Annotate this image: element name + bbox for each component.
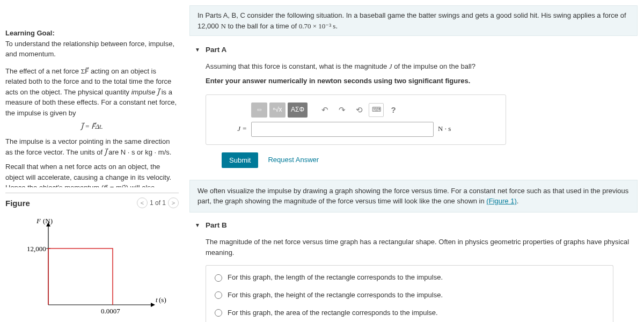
- collapse-icon: ▼: [195, 47, 200, 53]
- template-button[interactable]: ▭: [251, 103, 267, 118]
- submit-button[interactable]: Submit: [222, 152, 258, 168]
- answer-box: ▭ ⁿ√x ΑΣΦ ↶ ↷ ⟲ ⌨ ? J = N · s: [206, 94, 506, 145]
- option-label: For this graph, the area of the rectangl…: [228, 308, 438, 319]
- svg-text:F: F: [36, 219, 41, 225]
- part-b-options: For this graph, the length of the rectan…: [206, 265, 613, 322]
- svg-text:(s): (s): [159, 296, 166, 304]
- y-tick-label: 12,000: [27, 245, 46, 253]
- part-a-label: Part A: [206, 46, 226, 54]
- reset-icon[interactable]: ⟲: [352, 103, 367, 117]
- option-area[interactable]: For this graph, the area of the rectangl…: [215, 308, 604, 319]
- option-length[interactable]: For this graph, the length of the rectan…: [215, 272, 604, 283]
- collapse-icon: ▼: [195, 222, 200, 228]
- visualization-callout: We often visualize the impulse by drawin…: [189, 180, 638, 213]
- figure-prev-button[interactable]: <: [137, 197, 148, 208]
- main-content: In Parts A, B, C consider the following …: [185, 0, 644, 322]
- theory-para-3: Recall that when a net force acts on an …: [5, 162, 179, 187]
- svg-marker-3: [151, 303, 155, 307]
- answer-input-row: J = N · s: [215, 122, 497, 137]
- radio-input[interactable]: [215, 309, 222, 317]
- keyboard-icon[interactable]: ⌨: [369, 103, 384, 117]
- part-a-body: Assuming that this force is constant, wh…: [206, 61, 638, 168]
- figure-chart: F (N) 12,000 t (s) 0.0007: [5, 208, 179, 321]
- figure-1-link[interactable]: (Figure 1): [486, 197, 516, 205]
- figure-header: Figure < 1 of 1 >: [5, 193, 179, 208]
- scenario-intro: In Parts A, B, C consider the following …: [189, 5, 638, 36]
- part-b-header[interactable]: ▼ Part B: [195, 221, 638, 229]
- figure-nav: < 1 of 1 >: [137, 197, 179, 208]
- figure-next-button[interactable]: >: [168, 197, 179, 208]
- answer-units: N · s: [438, 123, 451, 135]
- option-label: For this graph, the height of the rectan…: [228, 290, 443, 301]
- radio-input[interactable]: [215, 274, 222, 282]
- redo-icon[interactable]: ↷: [334, 103, 349, 117]
- greek-button[interactable]: ΑΣΦ: [288, 103, 308, 118]
- x-tick-label: 0.0007: [101, 307, 120, 315]
- option-height[interactable]: For this graph, the height of the rectan…: [215, 290, 604, 301]
- theory-para-2: The impulse is a vector pointing in the …: [5, 136, 179, 157]
- sqrt-button[interactable]: ⁿ√x: [269, 103, 286, 118]
- part-a-header[interactable]: ▼ Part A: [195, 46, 638, 54]
- help-icon[interactable]: ?: [386, 103, 401, 117]
- option-label: For this graph, the length of the rectan…: [228, 272, 443, 283]
- answer-lhs: J =: [215, 123, 247, 135]
- svg-text:t: t: [156, 296, 158, 304]
- svg-text:(N): (N): [43, 219, 53, 225]
- part-b-question: The magnitude of the net force versus ti…: [206, 237, 638, 259]
- learning-goal-label: Learning Goal:: [5, 28, 179, 39]
- figure-label: Figure: [5, 199, 30, 208]
- request-answer-link[interactable]: Request Answer: [268, 155, 319, 166]
- part-a-question: Assuming that this force is constant, wh…: [206, 61, 638, 72]
- left-panel: Learning Goal: To understand the relatio…: [0, 0, 185, 322]
- impulse-equation: J⃗ = F⃗Δt.: [5, 122, 179, 131]
- input-toolbar: ▭ ⁿ√x ΑΣΦ ↶ ↷ ⟲ ⌨ ?: [251, 103, 497, 118]
- answer-input[interactable]: [251, 122, 434, 137]
- undo-icon[interactable]: ↶: [317, 103, 332, 117]
- radio-input[interactable]: [215, 291, 222, 299]
- part-a-instruction: Enter your answer numerically in newton …: [206, 76, 638, 87]
- figure-counter: 1 of 1: [150, 199, 166, 207]
- theory-para-1: The effect of a net force ΣF⃗ acting on …: [5, 66, 179, 119]
- learning-goal-text: To understand the relationship between f…: [5, 40, 174, 58]
- part-b-body: The magnitude of the net force versus ti…: [206, 237, 638, 322]
- part-b-label: Part B: [206, 221, 227, 229]
- learning-goal: Learning Goal: To understand the relatio…: [5, 28, 179, 60]
- submit-row: Submit Request Answer: [222, 152, 638, 168]
